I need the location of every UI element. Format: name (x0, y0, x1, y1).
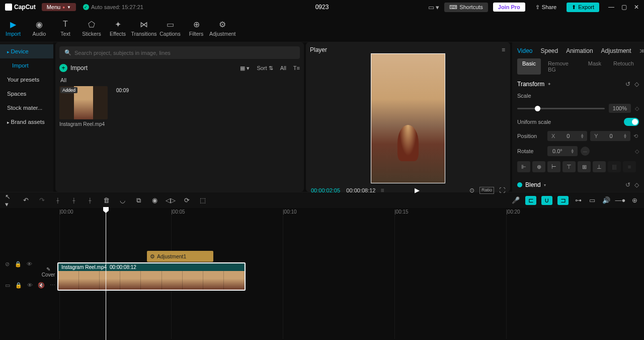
reset-icon[interactable]: ↺ (625, 81, 630, 88)
tab-import[interactable]: ▶ Import (0, 19, 26, 37)
insp-tab-adjustment[interactable]: Adjustment (601, 47, 631, 54)
split-left-button[interactable]: ⟊ (69, 196, 78, 205)
playhead[interactable] (106, 208, 106, 340)
marker-button[interactable]: ◡ (118, 196, 127, 205)
link-button[interactable]: ⊶ (574, 196, 583, 205)
grid-view-button[interactable]: ▦ ▾ (240, 65, 250, 72)
insp-tab-video[interactable]: Video (517, 47, 532, 54)
pos-y-input[interactable]: Y 0 ▲▼ (590, 131, 630, 141)
more-icon[interactable]: ≫ (639, 47, 644, 54)
ratio-button[interactable]: Ratio (479, 187, 494, 194)
split-button[interactable]: ⟊ (53, 196, 62, 205)
keyframe-icon[interactable]: ◇ (635, 148, 639, 155)
timeline-ruler[interactable]: |00:00 |00:05 |00:10 |00:15 |00:20 (56, 208, 644, 218)
subtab-basic[interactable]: Basic (517, 58, 541, 75)
scale-slider[interactable] (517, 108, 605, 109)
rotate-button[interactable]: ⟳ (182, 196, 191, 205)
uniform-toggle[interactable] (624, 118, 639, 126)
zoom-fit-button[interactable]: ⊕ (630, 196, 639, 205)
tab-stickers[interactable]: ⬠ Stickers (78, 19, 105, 37)
keyframe-icon[interactable]: ◇ (634, 81, 639, 88)
crop-button[interactable]: ⬚ (198, 196, 207, 205)
track-eye-icon[interactable]: 👁 (27, 261, 32, 267)
magnet-right-button[interactable]: ⊐ (557, 196, 569, 205)
track-visible-icon[interactable]: ⊘ (5, 261, 10, 267)
media-thumbnail[interactable]: Added 00:09 Instagram Reel.mp4 (59, 86, 108, 127)
player-canvas[interactable] (310, 53, 506, 183)
tab-effects[interactable]: ✦ Effects (105, 19, 131, 37)
undo-button[interactable]: ↶ (21, 196, 30, 205)
copy-button[interactable]: ⧉ (134, 196, 143, 205)
text-filter-button[interactable]: T≡ (293, 65, 300, 71)
keyframe-icon[interactable]: ◇ (635, 105, 639, 112)
close-button[interactable]: ✕ (634, 4, 639, 11)
mic-button[interactable]: 🎤 (511, 196, 520, 205)
search-input[interactable]: 🔍 Search project, subjects in image, lin… (59, 46, 300, 59)
tab-audio[interactable]: ◉ Audio (26, 19, 52, 37)
sidebar-presets[interactable]: Your presets (0, 73, 53, 87)
align-right-button[interactable]: ⊢ (547, 161, 560, 172)
align-top-button[interactable]: ⊤ (562, 161, 576, 172)
list-icon[interactable]: ≡ (380, 187, 384, 194)
insp-tab-animation[interactable]: Animation (566, 47, 593, 54)
cursor-tool[interactable]: ↖ ▾ (5, 196, 14, 205)
track-more-icon[interactable]: ⋯ (50, 282, 55, 289)
rotate-input[interactable]: 0.0° ▲▼ (547, 146, 578, 156)
play-button[interactable]: ▶ (415, 186, 420, 194)
tab-adjustment[interactable]: ⚙ Adjustment (209, 19, 235, 37)
shortcuts-button[interactable]: ⌨ Shortcuts (444, 3, 488, 12)
share-button[interactable]: ⇪ Share (530, 3, 561, 12)
sidebar-brand[interactable]: Brand assets (0, 115, 53, 129)
video-clip[interactable]: Instagram Reel.mp4 00:00:08:12 (57, 262, 246, 291)
export-button[interactable]: ⬆ Export (567, 3, 599, 12)
sidebar-import[interactable]: Import (0, 58, 53, 73)
adjustment-clip[interactable]: ⚙ Adjustment1 (147, 251, 213, 262)
cover-button[interactable]: ✎ Cover (41, 266, 55, 278)
video-preview[interactable] (371, 53, 445, 183)
focus-icon[interactable]: ⊙ (469, 187, 474, 194)
stepper-icon[interactable]: ▲▼ (568, 147, 578, 156)
aspect-icon[interactable]: ▭ ▾ (428, 4, 440, 11)
delete-button[interactable]: 🗑 (102, 196, 111, 205)
track-mute-icon[interactable]: 🔇 (38, 282, 45, 289)
align-vcenter-button[interactable]: ⊞ (578, 161, 591, 172)
track-eye-icon[interactable]: 👁 (27, 282, 33, 288)
preview-button[interactable]: ▭ (588, 196, 597, 205)
align-left-button[interactable]: ⊩ (517, 161, 530, 172)
subtab-mask[interactable]: Mask (583, 58, 606, 75)
track-lock-icon[interactable]: 🔒 (15, 261, 22, 267)
sidebar-device[interactable]: Device (0, 44, 53, 58)
pos-x-input[interactable]: X 0 ▲▼ (547, 131, 587, 141)
tab-transitions[interactable]: ⋈ Transitions (131, 19, 157, 37)
insp-tab-speed[interactable]: Speed (540, 47, 558, 54)
sidebar-spaces[interactable]: Spaces (0, 87, 53, 101)
minimize-button[interactable]: ― (608, 4, 614, 11)
tab-text[interactable]: T Text (52, 19, 78, 37)
subtab-removebg[interactable]: Remove BG (543, 58, 581, 75)
align-bottom-button[interactable]: ⊥ (593, 161, 606, 172)
sidebar-stock[interactable]: Stock mater... (0, 101, 53, 115)
stepper-icon[interactable]: ▲▼ (620, 131, 630, 141)
fullscreen-icon[interactable]: ⛶ (499, 187, 505, 194)
tab-captions[interactable]: ▭ Captions (157, 19, 183, 37)
track-visible-icon[interactable]: ▭ (5, 282, 10, 289)
tab-filters[interactable]: ⊕ Filters (183, 19, 209, 37)
stepper-icon[interactable]: ▲▼ (577, 131, 587, 141)
filter-all-button[interactable]: All (280, 65, 286, 71)
reset-icon[interactable]: ↺ (625, 181, 630, 188)
track-lock-icon[interactable]: 🔒 (15, 282, 22, 289)
sort-button[interactable]: Sort ⇅ (257, 65, 273, 72)
join-pro-button[interactable]: Join Pro (493, 3, 525, 12)
keyframe-icon[interactable]: ◇ (634, 181, 639, 188)
subtab-retouch[interactable]: Retouch (608, 58, 639, 75)
magnet-left-button[interactable]: ⊏ (525, 196, 536, 205)
record-button[interactable]: ◉ (150, 196, 159, 205)
timeline-body[interactable]: |00:00 |00:05 |00:10 |00:15 |00:20 ⚙ Adj… (56, 208, 644, 340)
align-hcenter-button[interactable]: ⊕ (532, 161, 545, 172)
redo-button[interactable]: ↷ (37, 196, 46, 205)
split-right-button[interactable]: ⟊ (86, 196, 95, 205)
mirror-button[interactable]: ◁▷ (166, 196, 175, 205)
rotate-dial-icon[interactable]: ― (581, 147, 590, 156)
menu-button[interactable]: Menu ● ▼ (42, 3, 76, 11)
scale-value[interactable]: 100% (609, 104, 631, 113)
